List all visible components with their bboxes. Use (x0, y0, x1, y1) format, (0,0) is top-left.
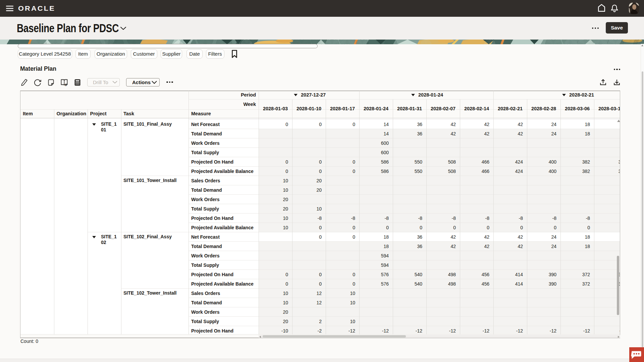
svg-text:#: # (65, 83, 67, 86)
